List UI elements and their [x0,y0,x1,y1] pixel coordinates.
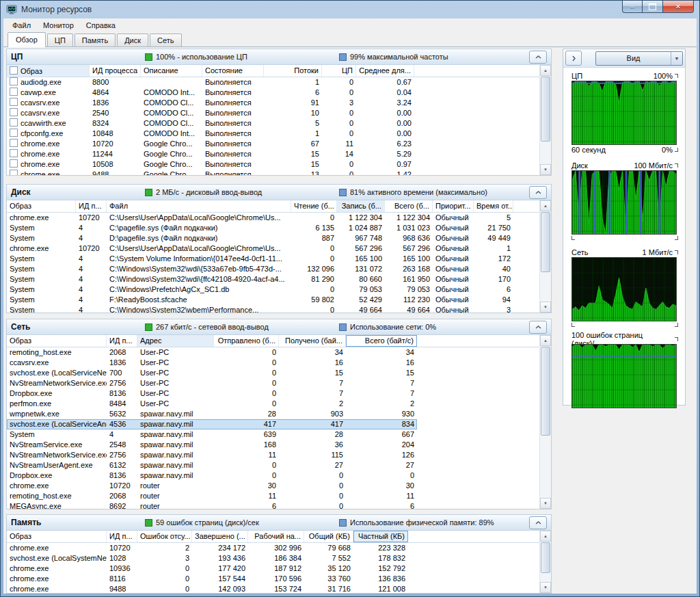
maximize-button[interactable] [643,1,662,13]
table-row[interactable]: chrome.exe9488Google Chro...Выполняется1… [7,170,414,175]
table-row[interactable]: chrome.exe10720Google Chro...Выполняется… [7,139,414,149]
collapse-button[interactable] [529,186,547,199]
memory-scrollbar[interactable]: ▲ ▼ [539,531,551,593]
scroll-up-button[interactable]: ▲ [540,65,551,76]
table-row[interactable]: chrome.exe10720C:\Users\User\AppData\Loc… [7,243,513,254]
scroll-thumb[interactable] [541,542,550,573]
row-checkbox[interactable] [10,98,18,106]
scroll-thumb[interactable] [541,347,550,436]
column-header[interactable]: Образ [7,200,76,212]
scroll-up-button[interactable]: ▲ [540,531,551,542]
collapse-button[interactable] [529,51,547,64]
table-row[interactable]: ccavsrv.exe1836User-PC01616 [7,358,417,368]
network-scrollbar[interactable]: ▲ ▼ [539,335,551,509]
table-row[interactable]: System4spawar.navy.mil63928667 [7,429,417,440]
table-row[interactable]: ccavwirth.exe8324COMODO Cl...Выполняется… [7,118,414,129]
collapse-button[interactable] [529,321,547,334]
table-row[interactable]: System4C:\System Volume Information\{014… [7,254,513,264]
scroll-thumb[interactable] [541,212,550,272]
scroll-down-button[interactable]: ▼ [540,582,551,593]
column-header[interactable]: ИД процесса [90,65,141,77]
column-header[interactable]: Образ [7,531,107,542]
table-row[interactable]: NvStreamNetworkService.exe2756User-PC077 [7,378,417,388]
table-row[interactable]: NvStreamNetworkService.exe2756spawar.nav… [7,450,417,460]
column-header[interactable]: Общий (КБ) [304,531,353,542]
table-row[interactable]: svchost.exe (LocalServiceAndNo...4536spa… [7,419,417,429]
table-row[interactable]: Dropbox.exe8136User-PC077 [7,388,417,399]
table-row[interactable]: System4C:\pagefile.sys (Файл подкачки)6 … [7,223,513,233]
table-row[interactable]: System4D:\pagefile.sys (Файл подкачки)88… [7,233,513,243]
row-checkbox[interactable] [10,129,18,137]
row-checkbox[interactable] [10,88,18,96]
tab-overview[interactable]: Обзор [8,32,46,47]
memory-section-header[interactable]: Память 59 ошибок страниц (диск)/сек Испо… [7,515,551,531]
row-checkbox[interactable] [10,170,18,175]
column-header[interactable]: Частный (КБ) [353,531,408,542]
table-row[interactable]: System4F:\ReadyBoost.sfcache59 80252 429… [7,295,513,305]
menu-monitor[interactable]: Монитор [37,19,80,31]
table-row[interactable]: chrome.exe10720C:\Users\User\AppData\Loc… [7,213,513,223]
table-row[interactable]: NvStreamService.exe2548spawar.navy.mil16… [7,440,417,450]
column-header[interactable]: Потоки [264,65,322,77]
table-row[interactable]: chrome.exe94880142 093153 72431 716121 0… [7,584,408,593]
tab-cpu[interactable]: ЦП [47,34,73,47]
table-row[interactable]: cfpconfg.exe10848COMODO Int...Выполняетс… [7,129,414,139]
column-header[interactable]: Файл [107,200,291,212]
column-header[interactable]: Адрес [137,335,214,347]
table-row[interactable]: chrome.exe109360177 420187 91235 120152 … [7,563,408,574]
column-header[interactable]: Время от... [474,200,513,212]
table-row[interactable]: System4C:\Windows\System32\wdi\{ffc42108… [7,274,513,284]
minimize-button[interactable]: – [622,1,643,13]
scroll-up-button[interactable]: ▲ [540,200,551,211]
table-row[interactable]: MEGAsync.exe8692router606 [7,501,417,509]
table-row[interactable]: svchost.exe (LocalSystemNetwo...10283193… [7,553,408,563]
cpu-scrollbar[interactable]: ▲ ▼ [539,65,551,175]
table-row[interactable]: wmpnetwk.exe5632spawar.navy.mil28903930 [7,409,417,419]
table-row[interactable]: remoting_host.exe2068User-PC03434 [7,347,417,358]
menu-file[interactable]: Файл [6,19,37,31]
column-header[interactable]: Получено (бай... [279,335,346,347]
scroll-up-button[interactable]: ▲ [540,335,551,346]
table-row[interactable]: chrome.exe10720router30030 [7,481,417,491]
table-row[interactable]: ccavsrv.exe2540COMODO Cl...Выполняется10… [7,108,414,118]
table-row[interactable]: remoting_host.exe2068router11011 [7,491,417,501]
column-header[interactable]: Завершено (... [192,531,248,542]
column-header[interactable]: Образ [7,335,107,347]
table-row[interactable]: chrome.exe81160157 544170 59633 760136 8… [7,574,408,584]
tab-disk[interactable]: Диск [117,34,148,47]
table-row[interactable]: svchost.exe (LocalServiceNetwo...700User… [7,368,417,378]
table-row[interactable]: NvStreamUserAgent.exe6132spawar.navy.mil… [7,460,417,470]
scroll-down-button[interactable]: ▼ [540,164,551,175]
close-button[interactable]: ✕ [662,1,694,13]
table-row[interactable]: chrome.exe11244Google Chro...Выполняется… [7,149,414,159]
row-checkbox[interactable] [10,77,18,85]
column-header[interactable]: Описание [141,65,202,77]
column-header[interactable]: Состояние [202,65,264,77]
scroll-down-button[interactable]: ▼ [540,498,551,509]
table-row[interactable]: audiodg.exe8800Выполняется100.67 [7,77,414,88]
column-header[interactable]: ЦП [322,65,356,77]
column-header[interactable]: Рабочий на... [248,531,304,542]
table-row[interactable]: perfmon.exe8484User-PC022 [7,399,417,409]
row-checkbox[interactable] [10,108,18,116]
column-header[interactable]: Всего (б... [385,200,433,212]
disk-scrollbar[interactable]: ▲ ▼ [539,200,551,313]
table-row[interactable]: chrome.exe10508Google Chro...Выполняется… [7,159,414,170]
menu-help[interactable]: Справка [80,19,122,31]
sidebar-collapse-button[interactable] [565,51,582,66]
column-header[interactable]: ИД п... [76,200,107,212]
column-header[interactable]: Отправлено (б... [214,335,279,347]
scroll-thumb[interactable] [541,77,550,142]
column-header[interactable]: ИД п... [107,531,137,542]
tab-memory[interactable]: Память [75,34,116,47]
row-checkbox[interactable] [10,139,18,147]
table-row[interactable]: ccavsrv.exe1836COMODO Cl...Выполняется91… [7,98,414,108]
table-row[interactable]: chrome.exe107202234 172302 99679 668223 … [7,543,408,553]
column-header[interactable]: ИД п... [107,335,137,347]
table-row[interactable]: System4C:\Windows\Prefetch\AgCx_SC1.db07… [7,284,513,295]
disk-section-header[interactable]: Диск 2 МБ/с - дисковый ввод-вывод 81% ак… [7,185,551,200]
view-dropdown-button[interactable]: Вид ▼ [595,51,683,66]
column-header[interactable]: Ошибок отсу... [137,531,192,542]
column-header[interactable]: Запись (б... [337,200,385,212]
collapse-button[interactable] [529,516,547,529]
